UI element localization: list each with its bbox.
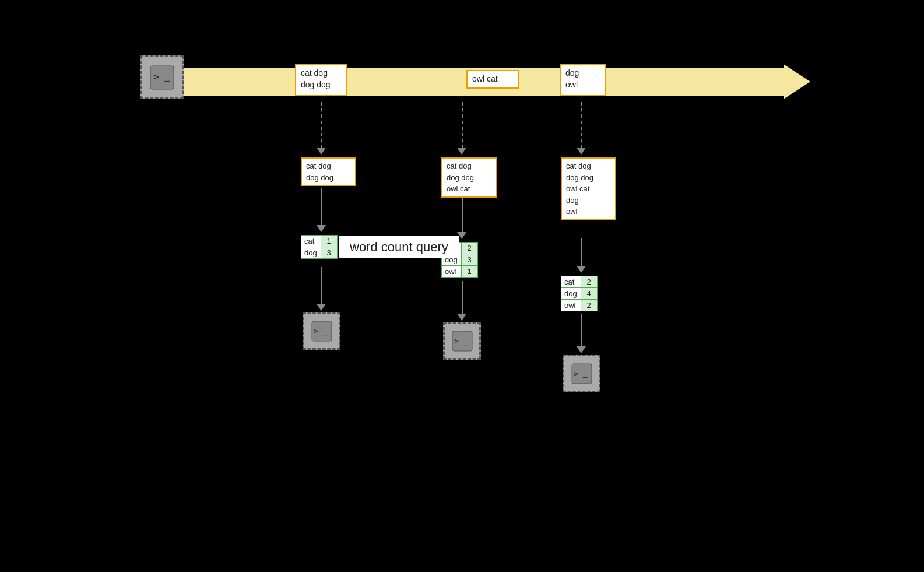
connector-col2-1 xyxy=(462,198,463,233)
dashed-line-col2 xyxy=(462,102,463,149)
arrow-col3 xyxy=(577,148,586,155)
timeline-box-1: cat dog dog dog xyxy=(295,64,347,96)
svg-text:> _: > _ xyxy=(574,369,588,378)
table-row: owl 1 xyxy=(442,266,478,278)
server-icon-col2: > _ xyxy=(443,322,481,360)
timeline-box-2: owl cat xyxy=(466,70,519,89)
timeline-box-3: dog owl xyxy=(560,64,606,96)
connector-col3-2 xyxy=(581,314,582,348)
arrow-col2-3 xyxy=(457,314,466,321)
server-icon-main: > _ xyxy=(140,55,184,99)
table-row: owl 2 xyxy=(561,300,598,311)
connector-col1-2 xyxy=(321,267,322,305)
svg-text:> _: > _ xyxy=(314,327,328,336)
table-row: dog 4 xyxy=(561,288,598,300)
connector-col3-1 xyxy=(581,238,582,267)
svg-text:> _: > _ xyxy=(454,336,468,346)
arrow-col1-2 xyxy=(317,225,326,232)
svg-text:> _: > _ xyxy=(153,71,170,82)
snapshot-box-col3: cat dog dog dog owl cat dog owl xyxy=(561,157,616,220)
table-row: cat 2 xyxy=(561,276,598,288)
word-count-query-label: word count query xyxy=(339,236,459,258)
dashed-line-col1 xyxy=(321,102,322,149)
arrow-col2 xyxy=(457,148,466,155)
arrow-col1-3 xyxy=(317,304,326,311)
table-row: cat 1 xyxy=(301,236,338,247)
snapshot-box-col1: cat dog dog dog xyxy=(301,157,356,186)
arrow-col3-2 xyxy=(577,266,586,273)
connector-col2-2 xyxy=(462,281,463,315)
server-icon-col3: > _ xyxy=(563,355,600,392)
wc-table-col1: cat 1 dog 3 xyxy=(301,235,338,259)
arrow-col1 xyxy=(317,148,326,155)
connector-col1-1 xyxy=(321,188,322,226)
arrow-col3-3 xyxy=(577,346,586,353)
dashed-line-col3 xyxy=(581,102,582,149)
diagram: > _ cat dog dog dog owl cat dog owl cat … xyxy=(0,0,924,572)
wc-table-col3: cat 2 dog 4 owl 2 xyxy=(561,276,598,311)
table-row: dog 3 xyxy=(301,247,338,259)
server-icon-col1: > _ xyxy=(303,312,340,350)
snapshot-box-col2: cat dog dog dog owl cat xyxy=(441,157,497,198)
